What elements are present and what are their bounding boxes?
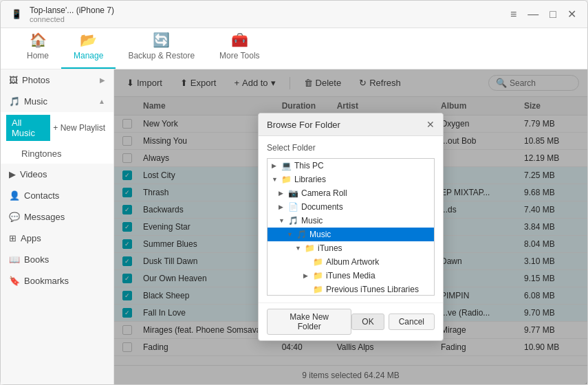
- cancel-button[interactable]: Cancel: [389, 314, 435, 330]
- tab-manage-label: Manage: [74, 51, 103, 60]
- tree-item[interactable]: 📁Album Artwork: [268, 255, 434, 269]
- sidebar-videos-label: Videos: [20, 169, 47, 179]
- sidebar-item-photos[interactable]: 🖼 Photos ▶: [1, 69, 113, 91]
- modal-footer-right: OK Cancel: [351, 314, 435, 330]
- maximize-button[interactable]: □: [547, 7, 559, 22]
- device-icon: 📱: [9, 5, 24, 24]
- tree-item[interactable]: ▶📄Documents: [268, 200, 434, 214]
- sidebar-item-contacts[interactable]: 👤 Contacts: [1, 185, 113, 206]
- folder-icon: 🎵: [296, 230, 307, 239]
- tree-label: iTunes Media: [326, 271, 375, 280]
- tree-item[interactable]: ▶💻This PC: [268, 159, 434, 173]
- sidebar-item-books[interactable]: 📖 Books: [1, 249, 113, 270]
- sidebar: 🖼 Photos ▶ 🎵 Music ▲ All Music + New Pla…: [1, 69, 114, 384]
- apps-icon: ⊞: [9, 233, 17, 243]
- tree-item[interactable]: ▶📷Camera Roll: [268, 186, 434, 200]
- modal-dialog: Browse For Folder ✕ Select Folder ▶💻This…: [258, 113, 444, 341]
- tree-label: Music: [301, 216, 323, 226]
- menu-icon[interactable]: ≡: [508, 7, 519, 22]
- tree-label: iTunes: [318, 243, 342, 253]
- sidebar-bookmarks-label: Bookmarks: [24, 276, 69, 286]
- new-playlist-button[interactable]: + New Playlist: [50, 120, 108, 135]
- music-icon: 🎵: [9, 96, 20, 107]
- tree-item[interactable]: ▼📁Libraries: [268, 173, 434, 186]
- device-status: connected: [30, 15, 114, 23]
- tools-icon: 🧰: [231, 32, 248, 48]
- photos-icon: 🖼: [9, 75, 18, 85]
- main-layout: 🖼 Photos ▶ 🎵 Music ▲ All Music + New Pla…: [1, 69, 587, 384]
- sidebar-item-bookmarks[interactable]: 🔖 Bookmarks: [1, 270, 113, 292]
- tree-item[interactable]: 📁Previous iTunes Libraries: [268, 283, 434, 296]
- tree-item[interactable]: ▼📁iTunes: [268, 241, 434, 255]
- folder-icon: 📁: [305, 243, 315, 253]
- bookmarks-icon: 🔖: [9, 276, 20, 286]
- title-bar-controls: ≡ — □ ✕: [508, 6, 579, 22]
- tree-label: Album Artwork: [326, 257, 379, 267]
- tab-tools-label: More Tools: [219, 51, 259, 60]
- folder-icon: 📁: [313, 285, 323, 294]
- title-bar-left: 📱 Top-lanse'... (iPhone 7) connected: [9, 5, 114, 24]
- title-bar: 📱 Top-lanse'... (iPhone 7) connected ≡ —…: [1, 1, 587, 28]
- folder-icon: 📄: [288, 202, 298, 212]
- tree-label: This PC: [294, 161, 324, 170]
- device-name: Top-lanse'... (iPhone 7): [30, 6, 114, 15]
- sidebar-music-sub: All Music + New Playlist Ringtones: [1, 112, 113, 164]
- modal-subtitle: Select Folder: [267, 143, 435, 153]
- tree-item[interactable]: ▶📁iTunes Media: [268, 269, 434, 283]
- tree-label: Documents: [301, 202, 343, 212]
- sidebar-item-apps[interactable]: ⊞ Apps: [1, 228, 113, 249]
- books-icon: 📖: [9, 254, 20, 265]
- nav-tabs: 🏠 Home 📂 Manage 🔄 Backup & Restore 🧰 Mor…: [1, 28, 587, 69]
- modal-title: Browse For Folder: [267, 120, 340, 130]
- tab-manage[interactable]: 📂 Manage: [61, 28, 116, 69]
- tree-label: Previous iTunes Libraries: [326, 285, 419, 294]
- tree-arrow: ▶: [279, 204, 285, 210]
- sidebar-contacts-label: Contacts: [24, 190, 59, 201]
- close-button[interactable]: ✕: [565, 6, 579, 22]
- sidebar-item-ringtones[interactable]: Ringtones: [1, 144, 113, 164]
- sidebar-item-music[interactable]: 🎵 Music ▲: [1, 91, 113, 112]
- tree-arrow: ▶: [279, 190, 285, 197]
- modal-overlay: Browse For Folder ✕ Select Folder ▶💻This…: [114, 69, 587, 384]
- modal-footer: Make New Folder OK Cancel: [259, 302, 443, 340]
- tab-home[interactable]: 🏠 Home: [14, 28, 61, 69]
- sidebar-item-videos[interactable]: ▶ Videos: [1, 164, 113, 185]
- sidebar-books-label: Books: [24, 254, 49, 265]
- sidebar-item-all-music[interactable]: All Music: [6, 115, 50, 141]
- tree-item[interactable]: ▼🎵Music: [268, 214, 434, 228]
- tree-arrow: ▼: [295, 245, 302, 252]
- folder-tree[interactable]: ▶💻This PC▼📁Libraries▶📷Camera Roll▶📄Docum…: [267, 158, 435, 296]
- sidebar-music-label: Music: [24, 96, 47, 107]
- sidebar-photos-label: Photos: [22, 75, 50, 85]
- folder-icon: 🎵: [288, 216, 298, 226]
- tab-backup-label: Backup & Restore: [128, 51, 195, 60]
- backup-icon: 🔄: [153, 32, 170, 48]
- manage-icon: 📂: [80, 32, 97, 48]
- music-arrow: ▲: [98, 98, 105, 105]
- tab-tools[interactable]: 🧰 More Tools: [207, 28, 272, 69]
- messages-icon: 💬: [9, 212, 20, 222]
- ok-button[interactable]: OK: [351, 314, 384, 330]
- photos-arrow: ▶: [100, 76, 105, 84]
- content-area: ⬇ Import ⬆ Export + Add to ▾ 🗑 Delete: [114, 69, 587, 384]
- tree-arrow: ▶: [303, 272, 310, 279]
- folder-icon: 📁: [313, 257, 323, 267]
- minimize-button[interactable]: —: [525, 7, 541, 22]
- sidebar-item-messages[interactable]: 💬 Messages: [1, 206, 113, 228]
- tab-backup[interactable]: 🔄 Backup & Restore: [116, 28, 207, 69]
- make-new-folder-button[interactable]: Make New Folder: [267, 309, 351, 335]
- videos-icon: ▶: [9, 169, 16, 179]
- modal-body: Select Folder ▶💻This PC▼📁Libraries▶📷Came…: [259, 136, 443, 302]
- tree-arrow: ▼: [279, 217, 285, 224]
- contacts-icon: 👤: [9, 190, 20, 201]
- tree-label: Music: [309, 230, 331, 239]
- modal-title-bar: Browse For Folder ✕: [259, 113, 443, 136]
- tree-item[interactable]: ▼🎵Music: [268, 228, 434, 241]
- home-icon: 🏠: [30, 32, 47, 48]
- modal-close-button[interactable]: ✕: [426, 119, 435, 130]
- device-info: Top-lanse'... (iPhone 7) connected: [30, 6, 114, 23]
- tree-arrow: ▼: [272, 176, 279, 183]
- sidebar-messages-label: Messages: [24, 212, 65, 222]
- app-window: 📱 Top-lanse'... (iPhone 7) connected ≡ —…: [0, 0, 588, 385]
- folder-icon: 📁: [313, 271, 323, 280]
